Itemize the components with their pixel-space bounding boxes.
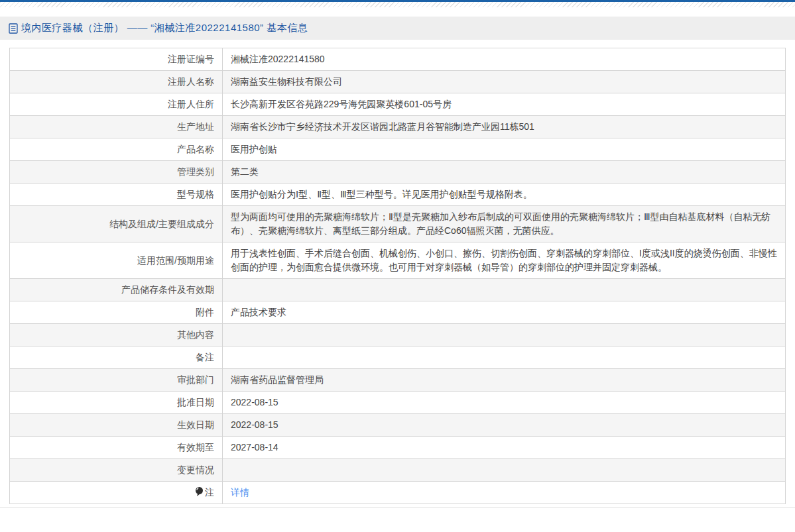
row-label: 变更情况 [10,459,223,482]
row-value: 2022-08-15 [223,392,786,414]
row-value: 第二类 [223,161,786,184]
table-row: 变更情况 [10,459,786,482]
row-label: 审批部门 [10,369,223,392]
row-value [223,279,786,301]
bottom-divider [0,507,795,507]
row-label: 适用范围/预期用途 [10,242,223,279]
table-row: 产品名称医用护创贴 [10,138,786,161]
table-row: 适用范围/预期用途用于浅表性创面、手术后缝合创面、机械创伤、小创口、擦伤、切割伤… [10,242,786,279]
table-row: 管理类别第二类 [10,161,786,184]
row-label: 生产地址 [10,116,223,138]
table-row: 注册证编号湘械注准20222141580 [10,48,786,71]
row-value: 医用护创贴分为Ⅰ型、Ⅱ型、Ⅲ型三种型号。详见医用护创贴型号规格附表。 [223,184,786,206]
detail-link[interactable]: 详情 [231,487,249,498]
table-row: 生产地址湖南省长沙市宁乡经济技术开发区谐园北路蓝月谷智能制造产业园11栋501 [10,116,786,138]
table-row: 结构及组成/主要组成成分型为两面均可使用的壳聚糖海绵软片；Ⅱ型是壳聚糖加入纱布后… [10,206,786,242]
row-value: 医用护创贴 [223,138,786,161]
row-value [223,346,786,369]
row-value: 型为两面均可使用的壳聚糖海绵软片；Ⅱ型是壳聚糖加入纱布后制成的可双面使用的壳聚糖… [223,206,786,242]
table-row: 备注 [10,346,786,369]
row-label: 管理类别 [10,161,223,184]
striped-band [0,2,795,7]
row-label: 产品名称 [10,138,223,161]
page-title: 境内医疗器械（注册） —— “湘械注准20222141580” 基本信息 [21,22,308,34]
row-label: 备注 [10,346,223,369]
row-value: 长沙高新开发区谷苑路229号海凭园聚英楼601-05号房 [223,93,786,116]
table-row: 批准日期2022-08-15 [10,392,786,414]
row-label: 产品储存条件及有效期 [10,279,223,301]
row-value: 用于浅表性创面、手术后缝合创面、机械创伤、小创口、擦伤、切割伤创面、穿刺器械的穿… [223,242,786,279]
table-row: 产品储存条件及有效期 [10,279,786,301]
row-value: 2022-08-15 [223,414,786,437]
row-label: 注册人住所 [10,93,223,116]
row-value: 2027-08-14 [223,437,786,459]
table-row: 其他内容 [10,324,786,346]
row-value: 湖南益安生物科技有限公司 [223,71,786,93]
page-header: 境内医疗器械（注册） —— “湘械注准20222141580” 基本信息 [0,17,795,40]
table-row: 审批部门湖南省药品监督管理局 [10,369,786,392]
table-row: 型号规格医用护创贴分为Ⅰ型、Ⅱ型、Ⅲ型三种型号。详见医用护创贴型号规格附表。 [10,184,786,206]
document-icon [9,23,18,34]
table-row: 生效日期2022-08-15 [10,414,786,437]
row-label: 注 [10,482,223,504]
row-label: 批准日期 [10,392,223,414]
row-value: 产品技术要求 [223,301,786,324]
row-value: 详情 [223,482,786,504]
table-row: 注册人名称湖南益安生物科技有限公司 [10,71,786,93]
row-value [223,459,786,482]
table-row: 注详情 [10,482,786,504]
table-row: 有效期至2027-08-14 [10,437,786,459]
table-row: 附件产品技术要求 [10,301,786,324]
row-value: 湖南省长沙市宁乡经济技术开发区谐园北路蓝月谷智能制造产业园11栋501 [223,116,786,138]
table-row: 注册人住所长沙高新开发区谷苑路229号海凭园聚英楼601-05号房 [10,93,786,116]
row-label: 生效日期 [10,414,223,437]
comment-icon [195,486,204,497]
row-label: 注册人名称 [10,71,223,93]
row-label: 附件 [10,301,223,324]
row-value: 湘械注准20222141580 [223,48,786,71]
row-label: 有效期至 [10,437,223,459]
row-label: 型号规格 [10,184,223,206]
row-label: 其他内容 [10,324,223,346]
row-label: 注册证编号 [10,48,223,71]
row-value [223,324,786,346]
row-label: 结构及组成/主要组成成分 [10,206,223,242]
row-value: 湖南省药品监督管理局 [223,369,786,392]
page: 境内医疗器械（注册） —— “湘械注准20222141580” 基本信息 注册证… [0,0,795,507]
info-table: 注册证编号湘械注准20222141580注册人名称湖南益安生物科技有限公司注册人… [9,48,786,504]
